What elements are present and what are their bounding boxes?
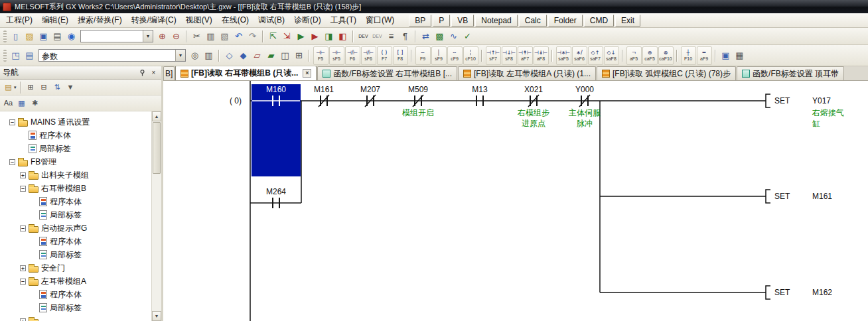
ladder-contact-M13[interactable]: M13 — [472, 85, 488, 106]
collapse-all-icon[interactable]: ⊟ — [38, 81, 50, 94]
quick-button-p[interactable]: P — [433, 15, 450, 27]
help-icon[interactable]: ◉ — [64, 29, 78, 43]
document-tab[interactable]: 函数/FB标签设置 右耳带模组B [... — [317, 66, 457, 80]
data-list-icon[interactable]: ▤ — [23, 48, 36, 62]
coil-button[interactable]: ( )F7 — [377, 46, 392, 65]
tree-item[interactable]: +安全门 — [0, 261, 151, 275]
tree-expander[interactable]: + — [20, 318, 26, 321]
sort-alpha-icon[interactable]: Aa — [2, 97, 15, 109]
quick-button-folder[interactable]: Folder — [548, 15, 583, 27]
ladder-contact-M264[interactable]: M264 — [266, 187, 286, 208]
falling-pulse-button[interactable]: ⊣↓⊢sF8 — [502, 46, 517, 65]
delete-vertical-line-button[interactable]: ╎cF10 — [463, 46, 478, 65]
copy-icon[interactable]: ▥ — [204, 29, 218, 43]
device-display-icon[interactable]: DEV — [356, 29, 370, 43]
tree-item[interactable]: 程序本体 — [0, 288, 151, 301]
list-display-icon[interactable]: ▥ — [202, 48, 216, 62]
document-tab[interactable]: [FB]读取 右耳带模组B (只读...× — [175, 66, 317, 80]
scroll-up-icon[interactable]: ▲ — [152, 111, 161, 121]
open-contact-branch-button[interactable]: ⊣⊢sF5 — [329, 46, 344, 65]
tree-expander[interactable]: + — [20, 172, 26, 178]
tree-item[interactable]: −FB管理 — [0, 155, 151, 168]
sort-icon[interactable]: ⇅ — [51, 81, 64, 94]
ladder-canvas[interactable]: ( 0)M160M161M207M509模组开启M13X021右模组步进原点Y0… — [163, 81, 866, 321]
statement-edit-icon[interactable]: ⊞ — [292, 48, 306, 62]
ladder-output-SET-M161[interactable]: SETM161 — [766, 190, 832, 203]
horizontal-line-button[interactable]: ─F9 — [415, 46, 431, 65]
cut-icon[interactable]: ✂ — [190, 29, 204, 43]
open-contact-button[interactable]: ⊣⊢F5 — [313, 46, 328, 65]
pulse-conversion-icon[interactable]: ▰ — [264, 48, 278, 62]
ladder-output-SET-Y017[interactable]: SETY017右熔接气缸 — [766, 94, 844, 128]
quick-button-vb[interactable]: VB — [451, 15, 474, 27]
open-project-icon[interactable]: ▨ — [23, 29, 36, 43]
convert-operation-2-button[interactable]: ⊗caF10 — [658, 46, 674, 65]
tree-item[interactable]: 程序本体 — [0, 235, 151, 248]
tree-expander[interactable]: − — [9, 119, 15, 125]
tree-item[interactable]: −左耳带模组A — [0, 275, 151, 288]
close-panel-icon[interactable]: × — [149, 68, 159, 78]
delete-horizontal-line-button[interactable]: ╌cF9 — [447, 46, 463, 65]
menu-item-find-replace[interactable]: 搜索/替换(F) — [73, 13, 127, 27]
edit-line-icon[interactable]: ◆ — [236, 48, 250, 62]
program-jump-icon[interactable]: ◳ — [9, 48, 23, 62]
menu-item-convert-compile[interactable]: 转换/编译(C) — [127, 13, 181, 27]
ladder-cursor[interactable] — [252, 84, 301, 176]
close-tab-icon[interactable]: × — [303, 69, 311, 78]
check-program-icon[interactable]: ✓ — [461, 29, 474, 43]
comment-display-icon[interactable]: ≡ — [384, 29, 398, 43]
tree-expander[interactable]: + — [20, 265, 26, 271]
monitor-stop-icon[interactable]: ◧ — [336, 29, 350, 43]
document-tab[interactable]: [FB]读取 弧焊模组C (只读) (78)步 — [597, 66, 736, 80]
menu-item-project[interactable]: 工程(P) — [1, 13, 37, 27]
ladder-output-SET-M162[interactable]: SETM162 — [766, 286, 832, 299]
branch-line-button[interactable]: ┼F10 — [681, 46, 696, 65]
write-to-plc-icon[interactable]: ⇲ — [280, 29, 294, 43]
device-display-off-icon[interactable]: DEV — [370, 29, 384, 43]
tree-expander[interactable]: − — [20, 279, 26, 285]
invert-operation-button[interactable]: ¬aF5 — [626, 46, 642, 65]
data-type-icon[interactable]: ▦ — [15, 97, 28, 109]
application-instruction-button[interactable]: [ ]F8 — [393, 46, 408, 65]
monitor-write-mode-icon[interactable]: ▶ — [308, 29, 322, 43]
inline-st-icon[interactable]: ◇ — [222, 48, 236, 62]
pin-icon[interactable] — [137, 68, 147, 78]
scroll-down-icon[interactable]: ▼ — [152, 311, 161, 321]
convert-operation-button[interactable]: ⊕caF5 — [642, 46, 658, 65]
menu-item-edit[interactable]: 编辑(E) — [37, 13, 73, 27]
program-part-combo[interactable]: 参数▾ — [38, 49, 186, 62]
rising-pulse-close-button[interactable]: ⊣∗⊢saF5 — [556, 46, 571, 65]
dropdown-arrow-icon[interactable]: ▾ — [143, 31, 153, 42]
device-comment-edit-icon[interactable]: ◫ — [278, 48, 292, 62]
redo-icon[interactable]: ↷ — [246, 29, 259, 43]
monitor-mode-icon[interactable]: ▶ — [294, 29, 308, 43]
new-project-icon[interactable]: ▯ — [9, 29, 23, 43]
dropdown-arrow-icon[interactable]: ▾ — [14, 85, 17, 90]
zoom-out-icon[interactable]: ⊖ — [169, 29, 183, 43]
falling-pulse-close-branch-button[interactable]: ◇↓saF8 — [604, 46, 619, 65]
quick-button-calc[interactable]: Calc — [519, 15, 547, 27]
close-contact-button[interactable]: ⊣/⊢F6 — [345, 46, 360, 65]
zoom-in-icon[interactable]: ⊕ — [155, 29, 169, 43]
tree-item[interactable]: −MAINS 通讯设置 — [0, 115, 151, 129]
crossref-icon[interactable]: ⇄ — [419, 29, 433, 43]
dropdown-arrow-icon[interactable]: ▾ — [175, 50, 185, 61]
tree-item[interactable]: 局部标签 — [0, 142, 151, 155]
ladder-editor[interactable]: ( 0)M160M161M207M509模组开启M13X021右模组步进原点Y0… — [163, 81, 868, 321]
menu-item-debug[interactable]: 调试(B) — [253, 13, 289, 27]
quick-button-exit[interactable]: Exit — [615, 15, 640, 27]
scrollbar-track[interactable] — [152, 174, 161, 311]
menu-item-diagnostics[interactable]: 诊断(D) — [289, 13, 326, 27]
find-device-icon[interactable]: ◎ — [188, 48, 202, 62]
rising-pulse-branch-button[interactable]: ⊣↟⊢aF7 — [518, 46, 533, 65]
close-contact-branch-button[interactable]: ⊣/⊢sF6 — [361, 46, 376, 65]
quick-button-notepad[interactable]: Notepad — [475, 15, 517, 27]
vertical-line-button[interactable]: │sF9 — [431, 46, 447, 65]
ladder-contact-M207[interactable]: M207 — [360, 85, 380, 107]
tree-expander[interactable]: − — [20, 225, 26, 231]
tree-item[interactable]: 程序本体 — [0, 195, 151, 208]
delete-line-icon[interactable]: ▱ — [250, 48, 264, 62]
ladder-contact-M161[interactable]: M161 — [314, 85, 334, 107]
read-from-plc-icon[interactable]: ⇱ — [266, 29, 280, 43]
undo-icon[interactable]: ↶ — [232, 29, 246, 43]
